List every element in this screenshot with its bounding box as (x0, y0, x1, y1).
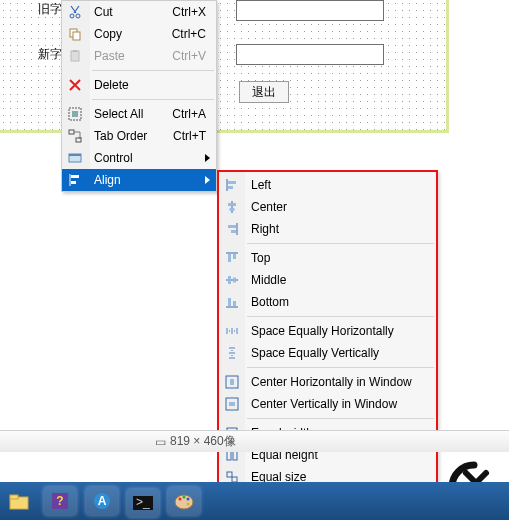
svg-point-0 (70, 14, 74, 18)
svg-text:A: A (97, 494, 106, 508)
svg-rect-29 (229, 347, 235, 349)
task-app-a-icon[interactable]: A (86, 487, 118, 515)
task-folder-icon[interactable] (3, 488, 35, 516)
align-right[interactable]: Right (219, 218, 436, 240)
menu-copy[interactable]: Copy Ctrl+C (62, 23, 216, 45)
submenu-arrow-icon (205, 176, 210, 184)
svg-text:>_: >_ (136, 496, 150, 509)
space-v-icon (224, 345, 240, 361)
task-help-icon[interactable]: ? (44, 487, 76, 515)
menu-separator (247, 243, 434, 244)
menu-delete[interactable]: Delete (62, 74, 216, 96)
select-all-icon (67, 106, 83, 122)
task-terminal-icon[interactable]: >_ (127, 489, 159, 517)
menu-separator (247, 418, 434, 419)
svg-rect-25 (233, 301, 236, 306)
svg-rect-16 (228, 203, 236, 206)
svg-rect-33 (230, 379, 234, 385)
svg-rect-23 (233, 278, 236, 283)
space-equally-horizontal[interactable]: Space Equally Horizontally (219, 320, 436, 342)
svg-rect-26 (226, 328, 228, 334)
svg-text:?: ? (57, 494, 64, 508)
paste-icon (67, 48, 83, 64)
center-v-win-icon (224, 396, 240, 412)
svg-rect-35 (229, 402, 235, 406)
align-middle[interactable]: Middle (219, 269, 436, 291)
menu-separator (92, 99, 214, 100)
exit-button[interactable]: 退出 (239, 81, 289, 103)
svg-rect-40 (227, 472, 232, 477)
svg-rect-8 (69, 130, 74, 134)
control-icon (67, 150, 83, 166)
menu-separator (92, 70, 214, 71)
input-1[interactable] (236, 0, 384, 21)
svg-rect-20 (228, 254, 231, 262)
menu-separator (247, 316, 434, 317)
space-h-icon (224, 323, 240, 339)
svg-rect-31 (229, 357, 235, 359)
svg-rect-27 (231, 328, 233, 334)
svg-point-57 (187, 503, 190, 506)
svg-rect-13 (71, 181, 76, 184)
svg-rect-30 (229, 352, 235, 354)
svg-point-56 (187, 498, 190, 501)
svg-rect-18 (228, 225, 236, 228)
canvas-dimensions: 819 × 460像 (170, 433, 236, 450)
input-2[interactable] (236, 44, 384, 65)
align-top[interactable]: Top (219, 247, 436, 269)
copy-icon (67, 26, 83, 42)
svg-point-54 (179, 498, 182, 501)
svg-rect-24 (228, 298, 231, 306)
align-middle-icon (224, 272, 240, 288)
svg-rect-14 (228, 181, 236, 184)
label-old: 旧字 (38, 1, 62, 18)
svg-rect-11 (69, 154, 81, 156)
menu-control[interactable]: Control (62, 147, 216, 169)
cut-icon (67, 4, 83, 20)
menu-paste: Paste Ctrl+V (62, 45, 216, 67)
status-bar: ▭ 819 × 460像 (0, 430, 509, 452)
menu-select-all[interactable]: Select All Ctrl+A (62, 103, 216, 125)
align-top-icon (224, 250, 240, 266)
dimension-icon: ▭ (155, 435, 166, 449)
context-menu: Cut Ctrl+X Copy Ctrl+C Paste Ctrl+V Dele… (61, 0, 217, 192)
align-center-icon (224, 199, 240, 215)
tab-order-icon (67, 128, 83, 144)
center-h-win-icon (224, 374, 240, 390)
label-new: 新字 (38, 46, 62, 63)
align-left[interactable]: Left (219, 174, 436, 196)
svg-rect-5 (73, 50, 77, 52)
svg-rect-12 (71, 175, 79, 178)
align-icon (67, 172, 83, 188)
task-paint-icon[interactable] (168, 487, 200, 515)
align-bottom-icon (224, 294, 240, 310)
svg-rect-21 (233, 254, 236, 259)
svg-rect-3 (73, 32, 80, 40)
svg-rect-19 (231, 230, 236, 233)
menu-align[interactable]: Align (62, 169, 216, 191)
svg-rect-17 (230, 208, 235, 211)
taskbar: ? A >_ (0, 482, 509, 520)
svg-rect-15 (228, 186, 233, 189)
align-submenu: Left Center Right Top Middle Bottom Spac… (217, 170, 438, 520)
svg-rect-46 (10, 495, 18, 499)
svg-point-55 (183, 496, 186, 499)
menu-cut[interactable]: Cut Ctrl+X (62, 1, 216, 23)
align-left-icon (224, 177, 240, 193)
submenu-arrow-icon (205, 154, 210, 162)
svg-rect-22 (228, 276, 231, 284)
space-equally-vertical[interactable]: Space Equally Vertically (219, 342, 436, 364)
align-right-icon (224, 221, 240, 237)
svg-point-1 (76, 14, 80, 18)
align-bottom[interactable]: Bottom (219, 291, 436, 313)
center-horizontal-window[interactable]: Center Horizontally in Window (219, 371, 436, 393)
menu-separator (247, 367, 434, 368)
svg-rect-7 (72, 111, 78, 117)
menu-tab-order[interactable]: Tab Order Ctrl+T (62, 125, 216, 147)
svg-rect-4 (71, 51, 79, 61)
svg-rect-28 (236, 328, 238, 334)
delete-icon (67, 77, 83, 93)
align-center[interactable]: Center (219, 196, 436, 218)
center-vertical-window[interactable]: Center Vertically in Window (219, 393, 436, 415)
